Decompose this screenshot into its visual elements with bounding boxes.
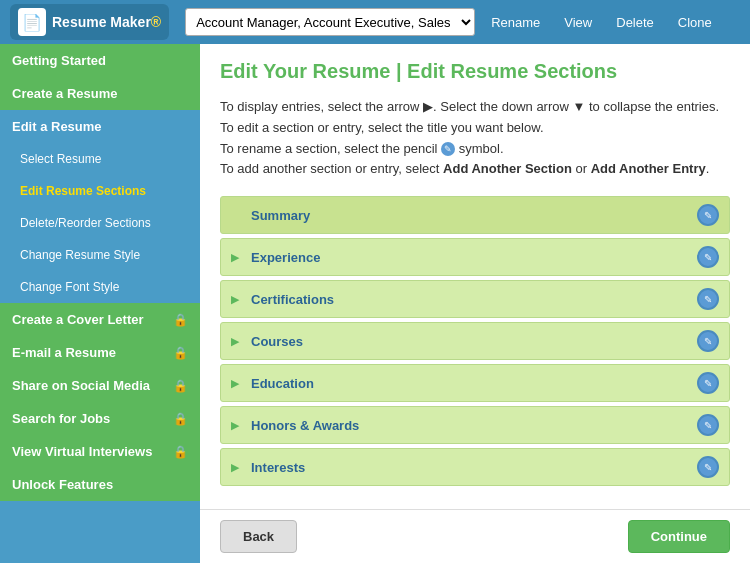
sidebar-item-label: View Virtual Interviews [12,444,152,459]
app-header: 📄 Resume Maker® Account Manager, Account… [0,0,750,44]
content-area: Edit Your Resume | Edit Resume Sections … [200,44,750,563]
sidebar-item-label: E-mail a Resume [12,345,116,360]
section-name-honors: Honors & Awards [251,418,697,433]
sidebar-item-create-cover-letter[interactable]: Create a Cover Letter 🔒 [0,303,200,336]
lock-icon: 🔒 [173,445,188,459]
sidebar-item-create-resume[interactable]: Create a Resume [0,77,200,110]
section-arrow-certifications: ▶ [231,293,243,306]
continue-button[interactable]: Continue [628,520,730,553]
logo-icon: 📄 [18,8,46,36]
section-name-certifications: Certifications [251,292,697,307]
section-name-courses: Courses [251,334,697,349]
section-row-summary[interactable]: Summary ✎ [220,196,730,234]
instructions: To display entries, select the arrow ▶. … [220,97,730,180]
rename-button[interactable]: Rename [483,11,548,34]
sidebar-item-share-social[interactable]: Share on Social Media 🔒 [0,369,200,402]
section-row-education[interactable]: ▶ Education ✎ [220,364,730,402]
section-arrow-interests: ▶ [231,461,243,474]
sidebar-item-email-resume[interactable]: E-mail a Resume 🔒 [0,336,200,369]
instruction-line-3: To rename a section, select the pencil ✎… [220,139,730,160]
section-name-summary: Summary [251,208,697,223]
back-button[interactable]: Back [220,520,297,553]
sidebar: Getting Started Create a Resume Edit a R… [0,44,200,563]
section-arrow-honors: ▶ [231,419,243,432]
section-edit-icon-certifications[interactable]: ✎ [697,288,719,310]
page-title: Edit Your Resume | Edit Resume Sections [220,60,730,83]
section-edit-icon-honors[interactable]: ✎ [697,414,719,436]
section-row-honors-awards[interactable]: ▶ Honors & Awards ✎ [220,406,730,444]
sidebar-item-search-jobs[interactable]: Search for Jobs 🔒 [0,402,200,435]
sidebar-item-label: Share on Social Media [12,378,150,393]
sidebar-item-virtual-interviews[interactable]: View Virtual Interviews 🔒 [0,435,200,468]
section-row-courses[interactable]: ▶ Courses ✎ [220,322,730,360]
section-row-certifications[interactable]: ▶ Certifications ✎ [220,280,730,318]
section-edit-icon-education[interactable]: ✎ [697,372,719,394]
view-button[interactable]: View [556,11,600,34]
sidebar-item-getting-started[interactable]: Getting Started [0,44,200,77]
sidebar-item-change-font-style[interactable]: Change Font Style [0,271,200,303]
instruction-line-4: To add another section or entry, select … [220,159,730,180]
sidebar-item-change-resume-style[interactable]: Change Resume Style [0,239,200,271]
sections-list: Summary ✎ ▶ Experience ✎ ▶ Certification… [220,196,730,486]
section-edit-icon-experience[interactable]: ✎ [697,246,719,268]
sidebar-item-label: Create a Cover Letter [12,312,144,327]
instruction-line-2: To edit a section or entry, select the t… [220,118,730,139]
section-edit-icon-summary[interactable]: ✎ [697,204,719,226]
logo-text: Resume Maker® [52,14,161,30]
main-layout: Getting Started Create a Resume Edit a R… [0,44,750,563]
section-name-experience: Experience [251,250,697,265]
lock-icon: 🔒 [173,313,188,327]
section-edit-icon-interests[interactable]: ✎ [697,456,719,478]
sidebar-item-edit-resume-sections[interactable]: Edit Resume Sections [0,175,200,207]
section-arrow-experience: ▶ [231,251,243,264]
lock-icon: 🔒 [173,412,188,426]
pencil-symbol: ✎ [441,142,455,156]
sidebar-item-delete-reorder[interactable]: Delete/Reorder Sections [0,207,200,239]
resume-selector-wrapper: Account Manager, Account Executive, Sale… [185,8,475,36]
sidebar-item-label: Search for Jobs [12,411,110,426]
sidebar-item-edit-resume[interactable]: Edit a Resume [0,110,200,143]
section-arrow-summary [231,209,243,221]
instruction-line-1: To display entries, select the arrow ▶. … [220,97,730,118]
section-row-experience[interactable]: ▶ Experience ✎ [220,238,730,276]
resume-selector[interactable]: Account Manager, Account Executive, Sale… [185,8,475,36]
delete-button[interactable]: Delete [608,11,662,34]
sidebar-item-select-resume[interactable]: Select Resume [0,143,200,175]
section-edit-icon-courses[interactable]: ✎ [697,330,719,352]
logo: 📄 Resume Maker® [10,4,169,40]
lock-icon: 🔒 [173,379,188,393]
section-row-interests[interactable]: ▶ Interests ✎ [220,448,730,486]
sidebar-item-unlock-features[interactable]: Unlock Features [0,468,200,501]
section-name-education: Education [251,376,697,391]
clone-button[interactable]: Clone [670,11,720,34]
section-arrow-education: ▶ [231,377,243,390]
content-inner: Edit Your Resume | Edit Resume Sections … [200,44,750,509]
lock-icon: 🔒 [173,346,188,360]
section-name-interests: Interests [251,460,697,475]
section-arrow-courses: ▶ [231,335,243,348]
content-footer: Back Continue [200,509,750,563]
